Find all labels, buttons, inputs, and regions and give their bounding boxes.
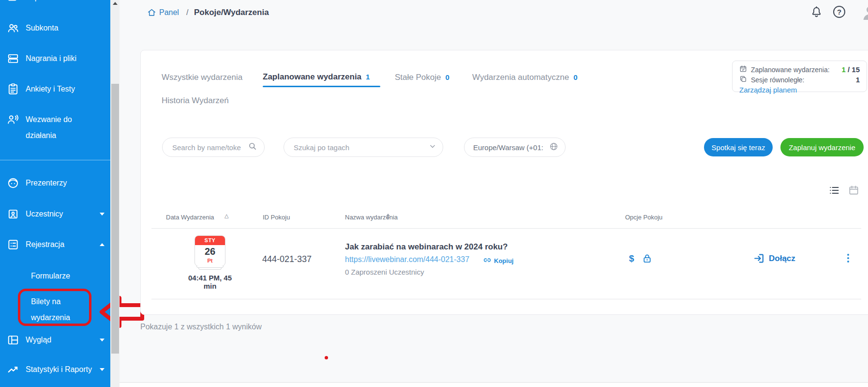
room-id-value: 444-021-337	[262, 254, 312, 264]
sidebar-item-invite[interactable]: Zaproś uczestników	[7, 0, 106, 9]
column-header-room-options: Opcje Pokoju	[625, 214, 662, 221]
plan-scheduled-label: Zaplanowane wydarzenia:	[751, 66, 830, 74]
tab-count-badge: 0	[445, 73, 449, 81]
chevron-down-icon[interactable]	[429, 143, 436, 152]
plan-scheduled-value: 1 / 15	[841, 65, 860, 74]
column-header-date[interactable]: Data Wydarzenia	[166, 214, 214, 221]
sidebar-item-label: Wezwanie do działania	[26, 111, 84, 143]
table-row-divider	[151, 299, 861, 299]
appearance-icon	[7, 334, 19, 352]
breadcrumb-current: Pokoje/Wydarzenia	[194, 8, 269, 17]
timezone-value: Europe/Warsaw (+01:	[473, 143, 549, 152]
sidebar-item-forms[interactable]: Formularze	[31, 268, 70, 284]
event-weekday: Pt	[195, 258, 225, 264]
tab-event-history[interactable]: Historia Wydarzeń	[162, 96, 229, 106]
sidebar-item-label: Rejestracja	[26, 236, 64, 252]
list-view-icon[interactable]	[828, 185, 840, 198]
sidebar-item-label: Subkonta	[26, 20, 59, 36]
sidebar-item-statistics[interactable]: Statystyki i Raporty	[7, 361, 106, 381]
help-icon[interactable]: ?	[833, 6, 845, 18]
sidebar-item-label: Prezenterzy	[26, 175, 67, 191]
presenters-icon	[7, 177, 19, 195]
plan-scheduled-row: Zaplanowane wydarzenia: 1 / 15	[739, 64, 860, 75]
sort-ascending-icon[interactable]: △	[224, 213, 228, 219]
home-icon[interactable]	[147, 8, 156, 19]
plan-usage-box: Zaplanowane wydarzenia: 1 / 15 Sesje rów…	[732, 61, 867, 92]
table-header-divider	[151, 228, 861, 229]
tags-search-input[interactable]	[293, 143, 429, 152]
lock-icon[interactable]	[642, 253, 653, 266]
scrollbar-up-arrow-icon[interactable]	[113, 2, 118, 5]
tab-count-badge: 0	[573, 73, 577, 81]
tab-automated-events[interactable]: Wydarzenia automatyczne0	[472, 73, 578, 82]
app-root: Zaproś uczestników Subkonta Nagrania i p…	[0, 0, 868, 387]
event-title[interactable]: Jak zarabiać na webinarach w 2024 roku?	[345, 242, 508, 252]
registration-icon	[7, 238, 19, 256]
results-summary: Pokazuje 1 z wszystkich 1 wyników	[140, 323, 262, 331]
sidebar-item-participants[interactable]: Uczestnicy	[7, 206, 106, 226]
surveys-icon	[7, 83, 19, 101]
tab-scheduled-events[interactable]: Zaplanowane wydarzenia1	[263, 72, 370, 82]
participants-icon	[7, 208, 19, 226]
event-link[interactable]: https://livewebinar.com/444-021-337	[345, 255, 469, 264]
notifications-bell-icon[interactable]	[810, 5, 823, 20]
search-icon[interactable]	[248, 141, 257, 153]
sidebar: Zaproś uczestników Subkonta Nagrania i p…	[0, 0, 110, 387]
subaccounts-icon	[7, 22, 19, 40]
chevron-down-icon	[100, 213, 105, 216]
tab-count-badge: 1	[366, 73, 370, 81]
annotation-arrow-icon	[99, 294, 145, 329]
join-button[interactable]: Dołącz	[769, 254, 795, 263]
sidebar-item-label: Formularze	[31, 272, 70, 280]
chevron-up-icon	[100, 243, 105, 246]
search-pill	[162, 138, 265, 157]
invite-icon	[7, 0, 19, 9]
sidebar-item-surveys[interactable]: Ankiety i Testy	[7, 81, 106, 101]
invited-participants: 0 Zaproszeni Uczestnicy	[345, 268, 424, 276]
sidebar-divider	[0, 160, 110, 160]
annotation-highlight-box	[18, 289, 91, 326]
active-tab-underline	[263, 86, 380, 87]
sidebar-item-label: Nagrania i pliki	[26, 50, 76, 66]
sidebar-item-registration[interactable]: Rejestracja	[7, 236, 106, 256]
sidebar-item-label: Uczestnicy	[26, 206, 63, 222]
tab-all-events[interactable]: Wszystkie wydarzenia	[162, 73, 242, 82]
globe-icon	[549, 142, 558, 153]
tab-permanent-rooms[interactable]: Stałe Pokoje0	[395, 73, 449, 82]
calendar-view-icon[interactable]	[848, 185, 859, 198]
annotation-dot	[325, 356, 328, 359]
copy-link-label[interactable]: Kopiuj	[494, 257, 513, 264]
event-month: STY	[195, 236, 225, 245]
sidebar-item-call-to-action[interactable]: Wezwanie do działania	[7, 111, 84, 143]
timezone-select[interactable]: Europe/Warsaw (+01:	[464, 138, 566, 157]
meet-now-button[interactable]: Spotkaj się teraz	[704, 138, 773, 156]
statistics-icon	[7, 363, 19, 381]
chevron-down-icon	[100, 339, 105, 341]
row-more-menu-icon[interactable]	[847, 252, 849, 264]
sidebar-item-label: Wygląd	[26, 332, 51, 348]
event-date-badge: STY 26 Pt	[195, 235, 225, 266]
schedule-event-button[interactable]: Zaplanuj wydarzenie	[780, 138, 864, 156]
avatar[interactable]	[861, 3, 868, 24]
sidebar-item-subaccounts[interactable]: Subkonta	[7, 20, 106, 40]
plan-sessions-row: Sesje równoległe: 1	[739, 75, 860, 85]
calendar-check-icon	[739, 65, 747, 74]
sidebar-scrollbar-thumb[interactable]	[111, 84, 119, 354]
chevron-down-icon	[100, 368, 105, 371]
join-icon[interactable]	[753, 252, 765, 266]
paid-event-icon[interactable]: $	[629, 253, 634, 264]
sidebar-item-presenters[interactable]: Prezenterzy	[7, 175, 106, 195]
sidebar-item-label: Statystyki i Raporty	[26, 361, 92, 377]
search-input[interactable]	[171, 143, 248, 152]
copy-link-icon[interactable]	[483, 256, 492, 266]
date-badge-page-stack	[198, 268, 222, 270]
event-day: 26	[195, 245, 225, 258]
column-header-room-id[interactable]: ID Pokoju	[263, 214, 290, 221]
sidebar-item-appearance[interactable]: Wygląd	[7, 332, 106, 352]
sort-both-icon[interactable]	[386, 214, 390, 219]
breadcrumb-home-link[interactable]: Panel	[159, 8, 179, 17]
sidebar-item-label: Zaproś uczestników	[26, 0, 94, 5]
sidebar-item-recordings[interactable]: Nagrania i pliki	[7, 50, 106, 70]
manage-plan-link[interactable]: Zarządzaj planem	[739, 85, 860, 95]
sidebar-item-label: Ankiety i Testy	[26, 81, 75, 97]
